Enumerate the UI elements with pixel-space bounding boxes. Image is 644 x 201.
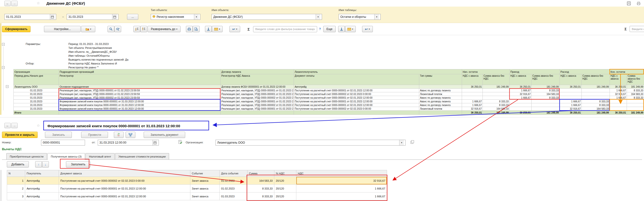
report-cell[interactable]: 32 916,67: [462, 107, 483, 111]
calendar-icon[interactable]: [112, 14, 117, 20]
doc-cell[interactable]: 1 666,67: [296, 192, 387, 200]
date-input[interactable]: 31.03.2023 12:00:00: [98, 140, 159, 146]
report-cell[interactable]: Реализация (акт, накладная, УПД) 0000-00…: [220, 107, 294, 111]
report-cell[interactable]: Поступление на расчетный счет 0000-00000…: [294, 100, 419, 103]
report-cell[interactable]: 181 249,99: [627, 85, 644, 89]
report-cell[interactable]: Реализация (акт, накладная, УПД) 0000-00…: [220, 96, 294, 100]
second-quick-filter-input[interactable]: [630, 26, 644, 32]
report-cell[interactable]: Аванс по договору лизинга: [419, 96, 462, 100]
chevron-down-icon[interactable]: ▾: [399, 140, 404, 145]
report-cell[interactable]: Реализация (акт, накладная, УПД) 0000-00…: [220, 103, 294, 107]
search-button[interactable]: [108, 26, 114, 32]
report-cell[interactable]: [462, 92, 483, 96]
sum-sigma-icon[interactable]: Σ: [624, 27, 627, 31]
report-cell[interactable]: 36 250,01: [610, 111, 627, 115]
post-button[interactable]: Провести: [81, 132, 108, 138]
report-cell[interactable]: 1 666,67: [610, 89, 627, 92]
send-list-mail-button[interactable]: ▾: [345, 26, 356, 32]
fill-document-button[interactable]: Заполнить документ: [144, 132, 185, 138]
report-cell[interactable]: 8 333,33: [532, 96, 560, 100]
report-cell[interactable]: 36 250,01: [610, 85, 627, 89]
report-cell[interactable]: [532, 103, 560, 107]
report-cell[interactable]: 164 583,33: [483, 107, 510, 111]
report-cell[interactable]: Аванс по договору лизинга: [419, 103, 462, 107]
generate-button[interactable]: Сформировать: [2, 26, 30, 32]
doc-cell[interactable]: 20/120: [274, 185, 296, 192]
report-cell[interactable]: [627, 100, 644, 103]
settings-button[interactable]: Настройки...: [44, 26, 80, 32]
report-cell[interactable]: 31.03.2023: [14, 100, 59, 103]
favorite-star-icon[interactable]: ☆: [37, 123, 40, 128]
report-cell[interactable]: 32 916,67: [510, 92, 532, 96]
report-cell[interactable]: [483, 96, 510, 100]
calendar-icon[interactable]: [152, 140, 157, 145]
report-cell[interactable]: Лизингодатель ООО: [14, 85, 59, 89]
report-cell[interactable]: [510, 103, 532, 107]
doc-cell[interactable]: 164 583,33: [248, 177, 274, 185]
chevron-down-icon[interactable]: ▾: [194, 14, 198, 20]
print-preview-button[interactable]: [193, 26, 200, 32]
report-cell[interactable]: Аванс по договору лизинга: [419, 100, 462, 103]
report-cell[interactable]: 01.02.2023: [14, 89, 59, 92]
report-cell[interactable]: [610, 107, 627, 111]
report-cell[interactable]: [610, 103, 627, 107]
object-type-select[interactable]: Регистр накопления ▾: [151, 14, 200, 20]
report-cell[interactable]: [582, 89, 610, 92]
expand-to-button[interactable]: Разворачивать до ▾: [148, 26, 180, 32]
report-cell[interactable]: 8 333,33: [483, 103, 510, 107]
report-cell[interactable]: 1 666,67: [462, 103, 483, 107]
report-cell[interactable]: 181 249,99: [483, 85, 510, 89]
add-row-button[interactable]: Добавить: [7, 161, 29, 168]
report-cell[interactable]: Поступление на расчетный счет 0000-00000…: [294, 107, 419, 111]
move-row-down-button[interactable]: ↓: [42, 161, 49, 168]
doc-cell[interactable]: Зачет аванса: [190, 177, 220, 185]
help-link[interactable]: ?: [319, 27, 321, 31]
doc-cell[interactable]: 01.02.2023: [220, 185, 248, 192]
report-variants-button[interactable]: ▾: [81, 26, 95, 32]
report-cell[interactable]: Реализация (акт, накладная, УПД) 0000-00…: [220, 89, 294, 92]
period-to-input[interactable]: 31.03.2023: [67, 14, 118, 20]
report-cell[interactable]: [294, 111, 419, 115]
fill-button[interactable]: Заполнить: [66, 161, 90, 168]
report-cell[interactable]: Лизинговый платеж: [419, 107, 462, 111]
report-cell[interactable]: [627, 107, 644, 111]
report-cell[interactable]: Формирование записей книги покупок 0000-…: [59, 103, 220, 107]
report-cell[interactable]: [483, 92, 510, 96]
report-cell[interactable]: Основное подразделение: [59, 85, 220, 89]
report-cell[interactable]: Автотрейд: [294, 85, 419, 89]
report-cell[interactable]: 8 333,33: [582, 100, 610, 103]
report-cell[interactable]: 36 250,01: [462, 85, 483, 89]
report-cell[interactable]: 8 333,33: [483, 100, 510, 103]
doc-cell[interactable]: 8 333,33: [248, 192, 274, 200]
report-cell[interactable]: Поступление на расчетный счет 0000-00000…: [294, 103, 419, 107]
print-icon[interactable]: [636, 1, 641, 6]
organization-select[interactable]: Лизингодатель ООО ▾: [216, 140, 406, 146]
report-cell[interactable]: Реализация (акт, накладная, УПД) 0000-00…: [220, 100, 294, 103]
save-list-button[interactable]: [338, 26, 345, 32]
calendar-icon[interactable]: [50, 14, 54, 20]
report-cell[interactable]: 1 666,67: [560, 103, 582, 107]
report-cell[interactable]: [483, 89, 510, 92]
doc-cell[interactable]: Поступление на расчетный счет 0000-00000…: [59, 177, 190, 185]
undo-settings-button[interactable]: ↩ ▾: [230, 26, 240, 32]
report-cell[interactable]: [582, 96, 610, 100]
collapse-groups-button[interactable]: [134, 26, 140, 32]
reset-search-button[interactable]: [114, 26, 121, 32]
parameters-expander[interactable]: −: [2, 43, 5, 46]
report-cell[interactable]: Формирование записей книги покупок 0000-…: [59, 100, 220, 103]
report-cell[interactable]: [560, 96, 582, 100]
expand-groups-button[interactable]: [140, 26, 147, 32]
report-cell[interactable]: 8 333,33: [582, 103, 610, 107]
doc-cell[interactable]: 01.02.2023: [220, 177, 248, 185]
back-button[interactable]: ←: [4, 1, 11, 6]
report-cell[interactable]: 31.03.2023: [14, 107, 59, 111]
report-cell[interactable]: 8 333,33: [532, 89, 560, 92]
doc-cell[interactable]: 32 916,67: [296, 177, 387, 185]
report-cell[interactable]: 31.03.2023: [14, 103, 59, 107]
report-cell[interactable]: 1 666,67: [560, 100, 582, 103]
period-from-input[interactable]: 01.01.2023: [4, 14, 56, 20]
report-cell[interactable]: 164 583,33: [582, 107, 610, 111]
doc-cell[interactable]: 20/120: [274, 192, 296, 200]
report-cell[interactable]: 36 250,01: [510, 111, 532, 115]
report-cell[interactable]: Поступление на расчетный счет 0000-00000…: [294, 89, 419, 92]
